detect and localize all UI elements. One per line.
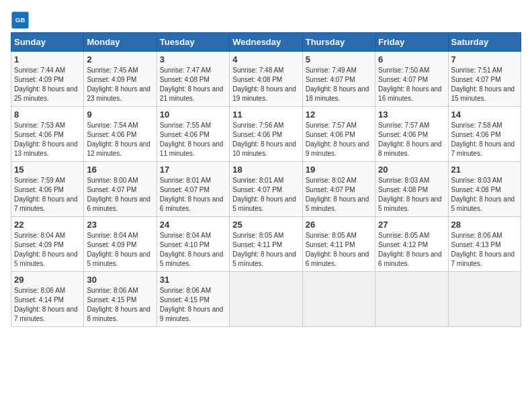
calendar-week-row: 8 Sunrise: 7:53 AMSunset: 4:06 PMDayligh… [11,107,521,162]
calendar-cell: 25 Sunrise: 8:05 AMSunset: 4:11 PMDaylig… [230,217,302,272]
calendar-cell [375,272,448,327]
cell-info: Sunrise: 8:05 AMSunset: 4:12 PMDaylight:… [378,232,442,267]
calendar-cell: 27 Sunrise: 8:05 AMSunset: 4:12 PMDaylig… [375,217,448,272]
calendar-cell: 29 Sunrise: 8:06 AMSunset: 4:14 PMDaylig… [11,272,84,327]
cell-info: Sunrise: 7:53 AMSunset: 4:06 PMDaylight:… [14,122,78,157]
cell-info: Sunrise: 7:51 AMSunset: 4:07 PMDaylight:… [451,66,515,102]
cell-info: Sunrise: 7:57 AMSunset: 4:06 PMDaylight:… [378,122,442,157]
calendar-cell: 6 Sunrise: 7:50 AMSunset: 4:07 PMDayligh… [375,52,448,107]
calendar-cell: 16 Sunrise: 8:00 AMSunset: 4:07 PMDaylig… [84,162,157,217]
cell-info: Sunrise: 8:06 AMSunset: 4:13 PMDaylight:… [451,232,515,267]
day-number: 17 [160,165,226,175]
day-number: 13 [378,109,445,120]
day-number: 8 [14,109,81,120]
calendar-cell [448,272,521,327]
cell-info: Sunrise: 7:58 AMSunset: 4:06 PMDaylight:… [451,122,515,157]
calendar-week-row: 1 Sunrise: 7:44 AMSunset: 4:09 PMDayligh… [11,52,521,107]
cell-info: Sunrise: 7:45 AMSunset: 4:09 PMDaylight:… [87,66,150,102]
calendar-cell: 28 Sunrise: 8:06 AMSunset: 4:13 PMDaylig… [448,217,521,272]
cell-info: Sunrise: 7:48 AMSunset: 4:08 PMDaylight:… [232,66,296,102]
cell-info: Sunrise: 7:57 AMSunset: 4:06 PMDaylight:… [306,122,369,157]
calendar-cell: 7 Sunrise: 7:51 AMSunset: 4:07 PMDayligh… [448,52,521,107]
cell-info: Sunrise: 7:44 AMSunset: 4:09 PMDaylight:… [14,66,78,102]
cell-info: Sunrise: 7:56 AMSunset: 4:06 PMDaylight:… [232,122,296,157]
day-number: 24 [160,220,226,230]
day-header-saturday: Saturday [448,33,521,52]
calendar-cell: 24 Sunrise: 8:04 AMSunset: 4:10 PMDaylig… [157,217,229,272]
day-number: 23 [87,220,153,230]
cell-info: Sunrise: 7:49 AMSunset: 4:07 PMDaylight:… [306,66,369,102]
calendar-cell: 26 Sunrise: 8:05 AMSunset: 4:11 PMDaylig… [302,217,375,272]
cell-info: Sunrise: 8:01 AMSunset: 4:07 PMDaylight:… [160,177,224,212]
day-number: 22 [14,220,81,230]
cell-info: Sunrise: 8:01 AMSunset: 4:07 PMDaylight:… [232,177,296,212]
cell-info: Sunrise: 8:06 AMSunset: 4:15 PMDaylight:… [160,287,224,322]
calendar-cell: 21 Sunrise: 8:03 AMSunset: 4:08 PMDaylig… [448,162,521,217]
day-number: 18 [232,165,299,175]
cell-info: Sunrise: 8:04 AMSunset: 4:09 PMDaylight:… [87,232,150,267]
day-number: 9 [87,109,153,120]
day-header-thursday: Thursday [302,33,375,52]
calendar-cell: 13 Sunrise: 7:57 AMSunset: 4:06 PMDaylig… [375,107,448,162]
calendar-cell: 17 Sunrise: 8:01 AMSunset: 4:07 PMDaylig… [157,162,229,217]
day-number: 14 [451,109,518,120]
cell-info: Sunrise: 7:54 AMSunset: 4:06 PMDaylight:… [87,122,150,157]
calendar-cell [302,272,375,327]
cell-info: Sunrise: 8:05 AMSunset: 4:11 PMDaylight:… [232,232,296,267]
calendar-header-row: SundayMondayTuesdayWednesdayThursdayFrid… [11,33,521,52]
calendar-cell: 4 Sunrise: 7:48 AMSunset: 4:08 PMDayligh… [230,52,302,107]
day-number: 29 [14,275,81,285]
day-number: 5 [306,54,372,64]
day-header-friday: Friday [375,33,448,52]
calendar-cell: 11 Sunrise: 7:56 AMSunset: 4:06 PMDaylig… [230,107,302,162]
calendar-cell: 30 Sunrise: 8:06 AMSunset: 4:15 PMDaylig… [84,272,157,327]
day-number: 26 [306,220,372,230]
calendar-cell: 10 Sunrise: 7:55 AMSunset: 4:06 PMDaylig… [157,107,229,162]
day-number: 2 [87,54,153,64]
calendar-week-row: 29 Sunrise: 8:06 AMSunset: 4:14 PMDaylig… [11,272,521,327]
calendar-cell: 1 Sunrise: 7:44 AMSunset: 4:09 PMDayligh… [11,52,84,107]
day-number: 30 [87,275,153,285]
cell-info: Sunrise: 7:47 AMSunset: 4:08 PMDaylight:… [160,66,224,102]
cell-info: Sunrise: 8:02 AMSunset: 4:07 PMDaylight:… [306,177,369,212]
day-header-monday: Monday [84,33,157,52]
day-number: 19 [306,165,372,175]
calendar-cell: 9 Sunrise: 7:54 AMSunset: 4:06 PMDayligh… [84,107,157,162]
cell-info: Sunrise: 8:04 AMSunset: 4:09 PMDaylight:… [14,232,78,267]
svg-text:GB: GB [15,16,26,24]
day-number: 28 [451,220,518,230]
calendar-cell: 20 Sunrise: 8:03 AMSunset: 4:08 PMDaylig… [375,162,448,217]
calendar-table: SundayMondayTuesdayWednesdayThursdayFrid… [11,32,521,327]
calendar-cell: 15 Sunrise: 7:59 AMSunset: 4:06 PMDaylig… [11,162,84,217]
page-header: GB [11,11,521,30]
calendar-cell: 19 Sunrise: 8:02 AMSunset: 4:07 PMDaylig… [302,162,375,217]
day-number: 4 [232,54,299,64]
day-number: 16 [87,165,153,175]
day-number: 21 [451,165,518,175]
cell-info: Sunrise: 7:55 AMSunset: 4:06 PMDaylight:… [160,122,224,157]
calendar-week-row: 22 Sunrise: 8:04 AMSunset: 4:09 PMDaylig… [11,217,521,272]
calendar-cell: 8 Sunrise: 7:53 AMSunset: 4:06 PMDayligh… [11,107,84,162]
cell-info: Sunrise: 8:04 AMSunset: 4:10 PMDaylight:… [160,232,224,267]
day-number: 11 [232,109,299,120]
cell-info: Sunrise: 8:06 AMSunset: 4:15 PMDaylight:… [87,287,150,322]
day-header-sunday: Sunday [11,33,84,52]
day-header-wednesday: Wednesday [230,33,302,52]
day-number: 3 [160,54,226,64]
day-number: 6 [378,54,445,64]
calendar-cell: 5 Sunrise: 7:49 AMSunset: 4:07 PMDayligh… [302,52,375,107]
calendar-cell: 2 Sunrise: 7:45 AMSunset: 4:09 PMDayligh… [84,52,157,107]
calendar-cell: 22 Sunrise: 8:04 AMSunset: 4:09 PMDaylig… [11,217,84,272]
day-number: 15 [14,165,81,175]
day-number: 10 [160,109,226,120]
cell-info: Sunrise: 8:05 AMSunset: 4:11 PMDaylight:… [306,232,369,267]
cell-info: Sunrise: 8:03 AMSunset: 4:08 PMDaylight:… [378,177,442,212]
calendar-cell: 31 Sunrise: 8:06 AMSunset: 4:15 PMDaylig… [157,272,229,327]
calendar-week-row: 15 Sunrise: 7:59 AMSunset: 4:06 PMDaylig… [11,162,521,217]
day-number: 1 [14,54,81,64]
calendar-cell: 3 Sunrise: 7:47 AMSunset: 4:08 PMDayligh… [157,52,229,107]
day-number: 31 [160,275,226,285]
cell-info: Sunrise: 8:06 AMSunset: 4:14 PMDaylight:… [14,287,78,322]
day-number: 20 [378,165,445,175]
calendar-cell: 23 Sunrise: 8:04 AMSunset: 4:09 PMDaylig… [84,217,157,272]
